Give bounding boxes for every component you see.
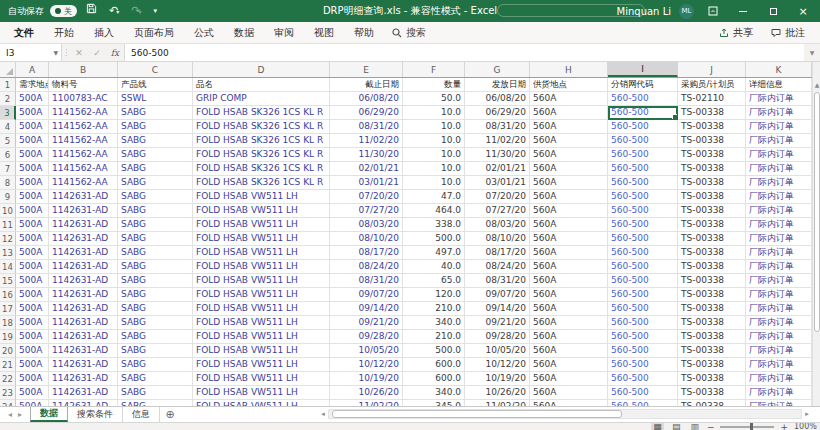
- add-sheet-button[interactable]: ⊕: [160, 407, 180, 422]
- cell-A2[interactable]: 500A: [16, 92, 49, 106]
- cell-K9[interactable]: 厂际内订单: [746, 190, 812, 204]
- cell-I19[interactable]: 560-500: [608, 330, 678, 344]
- sheet-tab-2[interactable]: 搜索条件: [68, 407, 123, 422]
- cell-D10[interactable]: FOLD HSAB VW511 LH: [193, 204, 330, 218]
- cell-H6[interactable]: 560A: [530, 148, 608, 162]
- cell-F6[interactable]: 10.0: [403, 148, 465, 162]
- cell-E11[interactable]: 08/03/20: [330, 218, 403, 232]
- cell-H16[interactable]: 560A: [530, 288, 608, 302]
- cell-K5[interactable]: 厂际内订单: [746, 134, 812, 148]
- cell-I8[interactable]: 560-500: [608, 176, 678, 190]
- cell-B2[interactable]: 1100783-AC: [49, 92, 118, 106]
- cell-K7[interactable]: 厂际内订单: [746, 162, 812, 176]
- cell-F5[interactable]: 10.0: [403, 134, 465, 148]
- cell-K2[interactable]: 厂际内订单: [746, 92, 812, 106]
- cell-J20[interactable]: TS-00338: [678, 344, 746, 358]
- vertical-scrollbar[interactable]: ▲: [812, 62, 820, 406]
- sheet-nav-left-icon[interactable]: ◂: [8, 410, 12, 419]
- cell-C21[interactable]: SABG: [118, 358, 193, 372]
- cell-F21[interactable]: 600.0: [403, 358, 465, 372]
- cell-B10[interactable]: 1142631-AD: [49, 204, 118, 218]
- cell-C6[interactable]: SABG: [118, 148, 193, 162]
- sheet-tab-3[interactable]: 信息: [123, 407, 160, 422]
- sheet-nav-right-icon[interactable]: ▸: [18, 410, 22, 419]
- autosave-toggle[interactable]: 关: [50, 5, 77, 17]
- cell-I22[interactable]: 560-500: [608, 372, 678, 386]
- cell-G21[interactable]: 10/12/20: [465, 358, 530, 372]
- cell-E14[interactable]: 08/24/20: [330, 260, 403, 274]
- cell-B14[interactable]: 1142631-AD: [49, 260, 118, 274]
- cell-D13[interactable]: FOLD HSAB VW511 LH: [193, 246, 330, 260]
- cell-K3[interactable]: 厂际内订单: [746, 106, 812, 120]
- cell-G20[interactable]: 10/05/20: [465, 344, 530, 358]
- row-header-20[interactable]: 20: [0, 344, 16, 358]
- cell-I20[interactable]: 560-500: [608, 344, 678, 358]
- row-header-6[interactable]: 6: [0, 148, 16, 162]
- cell-B22[interactable]: 1142631-AD: [49, 372, 118, 386]
- cell-F8[interactable]: 10.0: [403, 176, 465, 190]
- cell-B5[interactable]: 1141562-AA: [49, 134, 118, 148]
- cell-C14[interactable]: SABG: [118, 260, 193, 274]
- cell-F4[interactable]: 10.0: [403, 120, 465, 134]
- cell-E3[interactable]: 06/29/20: [330, 106, 403, 120]
- comments-button[interactable]: 批注: [764, 24, 812, 42]
- cell-E2[interactable]: 06/08/20: [330, 92, 403, 106]
- cell-D7[interactable]: FOLD HSAB SK326 1CS KL R: [193, 162, 330, 176]
- cell-G15[interactable]: 08/31/20: [465, 274, 530, 288]
- cell-F18[interactable]: 340.0: [403, 316, 465, 330]
- cell-A8[interactable]: 500A: [16, 176, 49, 190]
- cell-A14[interactable]: 500A: [16, 260, 49, 274]
- cell-A5[interactable]: 500A: [16, 134, 49, 148]
- cell-F13[interactable]: 497.0: [403, 246, 465, 260]
- cell-J23[interactable]: TS-00338: [678, 386, 746, 400]
- cell-H5[interactable]: 560A: [530, 134, 608, 148]
- cell-C10[interactable]: SABG: [118, 204, 193, 218]
- row-header-16[interactable]: 16: [0, 288, 16, 302]
- cell-H23[interactable]: 560A: [530, 386, 608, 400]
- ribbon-tab-2[interactable]: 开始: [44, 22, 84, 43]
- cell-I7[interactable]: 560-500: [608, 162, 678, 176]
- cell-G13[interactable]: 08/17/20: [465, 246, 530, 260]
- cell-K20[interactable]: 厂际内订单: [746, 344, 812, 358]
- cell-I15[interactable]: 560-500: [608, 274, 678, 288]
- insert-function-button[interactable]: fx: [106, 44, 124, 61]
- cell-D5[interactable]: FOLD HSAB SK326 1CS KL R: [193, 134, 330, 148]
- horizontal-scrollbar[interactable]: ◂ ▸: [318, 408, 812, 420]
- row-header-3[interactable]: 3: [0, 106, 16, 120]
- row-header-2[interactable]: 2: [0, 92, 16, 106]
- cell-H10[interactable]: 560A: [530, 204, 608, 218]
- cell-B17[interactable]: 1142631-AD: [49, 302, 118, 316]
- cell-F23[interactable]: 340.0: [403, 386, 465, 400]
- ribbon-tab-8[interactable]: 视图: [304, 22, 344, 43]
- cell-K22[interactable]: 厂际内订单: [746, 372, 812, 386]
- cell-H1[interactable]: 供货地点: [530, 78, 608, 92]
- selected-cell-I3[interactable]: 560-500: [608, 106, 678, 120]
- cell-A16[interactable]: 500A: [16, 288, 49, 302]
- cell-A15[interactable]: 500A: [16, 274, 49, 288]
- column-header-A[interactable]: A: [16, 62, 49, 77]
- cell-D4[interactable]: FOLD HSAB SK326 1CS KL R: [193, 120, 330, 134]
- cell-C16[interactable]: SABG: [118, 288, 193, 302]
- cell-H7[interactable]: 560A: [530, 162, 608, 176]
- ribbon-display-options-button[interactable]: [702, 0, 724, 22]
- cell-D20[interactable]: FOLD HSAB VW511 LH: [193, 344, 330, 358]
- zoom-level[interactable]: 100%: [794, 422, 820, 430]
- cell-G18[interactable]: 09/21/20: [465, 316, 530, 330]
- cell-J11[interactable]: TS-00338: [678, 218, 746, 232]
- undo-button[interactable]: ↶▾: [106, 0, 122, 23]
- cell-C8[interactable]: SABG: [118, 176, 193, 190]
- cell-A13[interactable]: 500A: [16, 246, 49, 260]
- cell-K23[interactable]: 厂际内订单: [746, 386, 812, 400]
- ribbon-tab-6[interactable]: 数据: [224, 22, 264, 43]
- cell-D1[interactable]: 品名: [193, 78, 330, 92]
- cell-J2[interactable]: TS-02110: [678, 92, 746, 106]
- cell-K1[interactable]: 详细信息: [746, 78, 812, 92]
- cell-B6[interactable]: 1141562-AA: [49, 148, 118, 162]
- cell-A10[interactable]: 500A: [16, 204, 49, 218]
- cell-J9[interactable]: TS-00338: [678, 190, 746, 204]
- cell-I4[interactable]: 560-500: [608, 120, 678, 134]
- cell-F3[interactable]: 10.0: [403, 106, 465, 120]
- cell-K4[interactable]: 厂际内订单: [746, 120, 812, 134]
- cell-G4[interactable]: 08/31/20: [465, 120, 530, 134]
- cell-C9[interactable]: SABG: [118, 190, 193, 204]
